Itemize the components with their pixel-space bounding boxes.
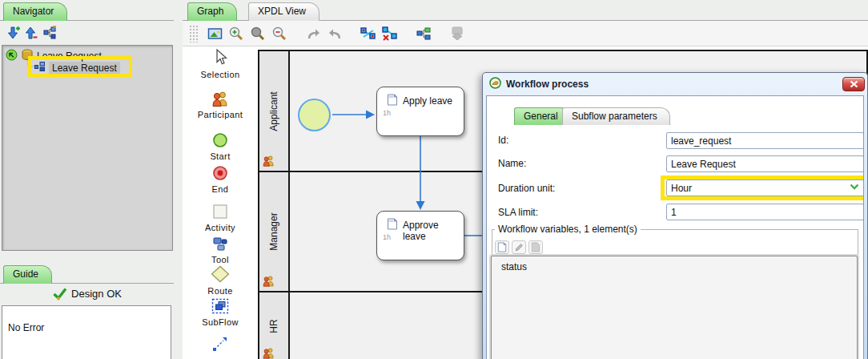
document-icon bbox=[387, 94, 398, 108]
app-icon bbox=[489, 77, 501, 91]
zoom-in-icon[interactable] bbox=[227, 25, 245, 42]
id-field[interactable] bbox=[666, 132, 864, 149]
tab-xpdl-view[interactable]: XPDL View bbox=[248, 2, 319, 21]
graph-toolbar bbox=[183, 21, 868, 46]
name-field[interactable] bbox=[666, 155, 864, 172]
guide-message-box: No Error bbox=[2, 305, 171, 359]
remove-package-icon[interactable] bbox=[22, 24, 40, 42]
sla-limit-field[interactable] bbox=[666, 204, 864, 220]
dialog-titlebar[interactable]: Workflow process bbox=[489, 77, 589, 91]
zoom-icon[interactable] bbox=[249, 25, 267, 42]
variables-legend: Workflow variables, 1 element(s) bbox=[495, 224, 641, 235]
zoom-out-icon[interactable] bbox=[271, 25, 288, 42]
add-package-icon[interactable] bbox=[5, 24, 22, 42]
dialog-title: Workflow process bbox=[506, 79, 589, 90]
edit-variable-icon bbox=[512, 240, 526, 254]
design-status-label: Design OK bbox=[71, 288, 122, 300]
sla-limit-label: SLA limit: bbox=[498, 207, 538, 218]
navigator-tab[interactable]: Navigator bbox=[3, 2, 67, 21]
export-icon bbox=[448, 25, 466, 42]
variables-toolbar bbox=[495, 240, 543, 254]
redo-icon bbox=[326, 25, 344, 42]
design-status: Design OK bbox=[0, 287, 174, 303]
tree-child-label[interactable]: Leave Request bbox=[49, 62, 120, 75]
name-label: Name: bbox=[498, 158, 526, 169]
duration-unit-label: Duration unit: bbox=[498, 183, 555, 194]
chevron-down-icon[interactable] bbox=[849, 182, 860, 194]
tab-graph[interactable]: Graph bbox=[187, 2, 237, 21]
layout-tree-icon[interactable] bbox=[415, 25, 432, 42]
workflow-process-dialog: Workflow process General Subflow paramet… bbox=[482, 72, 868, 359]
process-icon bbox=[34, 62, 46, 75]
guide-tab[interactable]: Guide bbox=[3, 265, 52, 284]
remove-transition-icon[interactable] bbox=[381, 25, 399, 42]
activity-duration: 1h bbox=[383, 109, 391, 117]
variables-list[interactable]: status bbox=[491, 256, 858, 359]
start-event[interactable] bbox=[298, 99, 331, 131]
activity-label: Approve leave bbox=[403, 220, 464, 242]
tree-root-label: Leave Request bbox=[37, 50, 102, 62]
tree-child-item[interactable]: Leave Request bbox=[34, 62, 120, 75]
activity-duration: 1h bbox=[383, 233, 391, 241]
overview-icon[interactable] bbox=[206, 25, 223, 42]
activity-label: Apply leave bbox=[403, 95, 452, 107]
close-icon[interactable] bbox=[842, 77, 865, 91]
undo-icon bbox=[304, 25, 322, 42]
activity-apply-leave[interactable]: Apply leave 1h bbox=[376, 87, 464, 136]
duration-unit-value: Hour bbox=[671, 183, 692, 194]
duration-unit-select[interactable]: Hour bbox=[666, 180, 864, 196]
project-tree: Leave Request Leave Request bbox=[2, 45, 173, 251]
guide-message: No Error bbox=[2, 306, 171, 333]
activity-approve-leave[interactable]: Approve leave 1h bbox=[376, 211, 464, 260]
delete-variable-icon bbox=[528, 240, 543, 254]
tree-view-icon[interactable] bbox=[42, 24, 59, 42]
check-icon bbox=[52, 292, 67, 303]
run-icon bbox=[6, 49, 18, 63]
dialog-body: General Subflow parameters Id: Name: Dur… bbox=[486, 95, 864, 359]
document-icon bbox=[387, 218, 398, 232]
variable-item[interactable]: status bbox=[492, 256, 857, 272]
id-label: Id: bbox=[498, 135, 508, 146]
tab-subflow-parameters[interactable]: Subflow parameters bbox=[562, 107, 670, 125]
add-transition-icon[interactable] bbox=[360, 25, 377, 42]
new-variable-icon[interactable] bbox=[495, 240, 509, 254]
toolbar-grip[interactable] bbox=[189, 25, 198, 42]
workflow-editor-app: Navigator Leave Request Leave Request Gu… bbox=[0, 0, 868, 359]
